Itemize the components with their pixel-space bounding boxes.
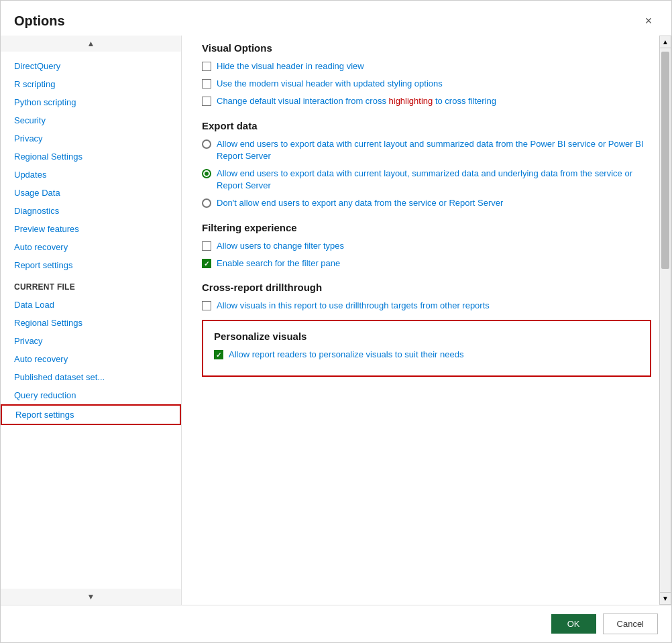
modern-visual-header-label: Use the modern visual header with update… xyxy=(217,78,443,90)
option-modern-visual-header: Use the modern visual header with update… xyxy=(202,78,651,90)
cross-report-title: Cross-report drillthrough xyxy=(202,282,651,293)
sidebar-item-python-scripting[interactable]: Python scripting xyxy=(1,93,181,111)
hide-visual-header-checkbox[interactable] xyxy=(202,62,211,71)
personalize-visuals-title: Personalize visuals xyxy=(214,331,639,342)
export-2-label: Allow end users to export data with curr… xyxy=(217,168,651,192)
ok-button[interactable]: OK xyxy=(551,614,596,634)
option-change-interaction: Change default visual interaction from c… xyxy=(202,95,651,107)
modern-visual-header-checkbox[interactable] xyxy=(202,79,211,89)
cross-drillthrough-checkbox[interactable] xyxy=(202,301,211,310)
cancel-button[interactable]: Cancel xyxy=(603,613,658,634)
change-interaction-checkbox[interactable] xyxy=(202,97,211,106)
export-3-radio[interactable] xyxy=(202,198,211,208)
option-personalize: Allow report readers to personalize visu… xyxy=(214,349,639,361)
sidebar-item-diagnostics[interactable]: Diagnostics xyxy=(1,202,181,220)
option-export-1: Allow end users to export data with curr… xyxy=(202,138,651,162)
content-scroll-up[interactable]: ▲ xyxy=(659,36,671,48)
sidebar-item-privacy[interactable]: Privacy xyxy=(1,129,181,148)
personalize-label: Allow report readers to personalize visu… xyxy=(229,349,463,361)
sidebar-scroll-down[interactable]: ▼ xyxy=(1,589,181,605)
hide-visual-header-label: Hide the visual header in reading view xyxy=(217,60,364,72)
dialog-footer: OK Cancel xyxy=(1,605,671,642)
filter-types-label: Allow users to change filter types xyxy=(217,240,344,252)
sidebar-item-report-settings-cf[interactable]: Report settings xyxy=(1,404,181,425)
sidebar-item-regional-settings-cf[interactable]: Regional Settings xyxy=(1,314,181,332)
sidebar-item-r-scripting[interactable]: R scripting xyxy=(1,75,181,93)
export-data-title: Export data xyxy=(202,120,651,131)
cross-drillthrough-label: Allow visuals in this report to use dril… xyxy=(217,300,490,312)
sidebar: ▲ DirectQuery R scripting Python scripti… xyxy=(1,36,182,605)
sidebar-item-data-load[interactable]: Data Load xyxy=(1,296,181,314)
content-scroll: Visual Options Hide the visual header in… xyxy=(182,36,671,605)
options-dialog: Options × ▲ DirectQuery R scripting Pyth… xyxy=(0,0,672,643)
personalize-visuals-box: Personalize visuals Allow report readers… xyxy=(202,320,651,377)
export-1-radio[interactable] xyxy=(202,139,211,149)
sidebar-item-usage-data[interactable]: Usage Data xyxy=(1,184,181,202)
sidebar-item-report-settings[interactable]: Report settings xyxy=(1,256,181,274)
sidebar-item-auto-recovery[interactable]: Auto recovery xyxy=(1,238,181,256)
scroll-thumb[interactable] xyxy=(661,52,669,269)
dialog-body: ▲ DirectQuery R scripting Python scripti… xyxy=(1,36,671,605)
export-3-label: Don't allow end users to export any data… xyxy=(217,197,503,209)
option-cross-drillthrough: Allow visuals in this report to use dril… xyxy=(202,300,651,312)
sidebar-item-security[interactable]: Security xyxy=(1,111,181,129)
sidebar-scroll-area: DirectQuery R scripting Python scripting… xyxy=(1,52,181,589)
option-export-2: Allow end users to export data with curr… xyxy=(202,168,651,192)
filter-search-label: Enable search for the filter pane xyxy=(217,257,340,270)
close-button[interactable]: × xyxy=(639,11,658,30)
change-interaction-label: Change default visual interaction from c… xyxy=(217,95,496,107)
sidebar-item-privacy-cf[interactable]: Privacy xyxy=(1,332,181,350)
current-file-label: CURRENT FILE xyxy=(1,274,181,296)
main-content: Visual Options Hide the visual header in… xyxy=(182,36,671,605)
option-hide-visual-header: Hide the visual header in reading view xyxy=(202,60,651,72)
export-2-radio[interactable] xyxy=(202,169,211,178)
export-1-label: Allow end users to export data with curr… xyxy=(217,138,651,162)
option-filter-search: Enable search for the filter pane xyxy=(202,257,651,270)
content-scroll-down[interactable]: ▼ xyxy=(659,592,671,605)
sidebar-item-regional-settings[interactable]: Regional Settings xyxy=(1,148,181,166)
visual-options-title: Visual Options xyxy=(202,42,651,54)
option-filter-types: Allow users to change filter types xyxy=(202,240,651,252)
dialog-header: Options × xyxy=(1,1,671,36)
filter-types-checkbox[interactable] xyxy=(202,241,211,251)
filtering-experience-title: Filtering experience xyxy=(202,222,651,233)
sidebar-item-query-reduction[interactable]: Query reduction xyxy=(1,386,181,404)
highlight-highlighting: highlighting xyxy=(389,96,433,106)
personalize-checkbox[interactable] xyxy=(214,350,223,359)
dialog-title: Options xyxy=(14,13,65,29)
filter-search-checkbox[interactable] xyxy=(202,259,211,268)
sidebar-item-directquery[interactable]: DirectQuery xyxy=(1,57,181,75)
right-scroll-controls: ▲ ▼ xyxy=(659,36,671,605)
sidebar-item-published-dataset[interactable]: Published dataset set... xyxy=(1,368,181,386)
sidebar-item-preview-features[interactable]: Preview features xyxy=(1,220,181,238)
sidebar-item-updates[interactable]: Updates xyxy=(1,166,181,184)
option-export-3: Don't allow end users to export any data… xyxy=(202,197,651,209)
sidebar-item-auto-recovery-cf[interactable]: Auto recovery xyxy=(1,350,181,368)
scroll-track xyxy=(659,48,671,592)
sidebar-scroll-up[interactable]: ▲ xyxy=(1,36,181,52)
